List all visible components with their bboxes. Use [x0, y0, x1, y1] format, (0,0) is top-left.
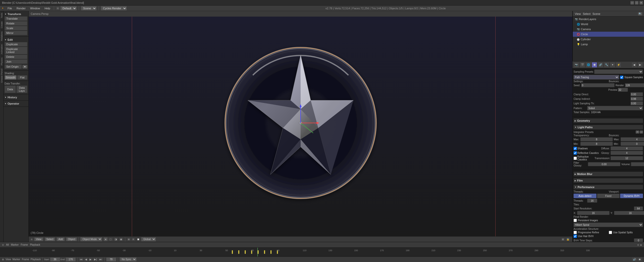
- prop-physics-icon[interactable]: ⚡: [616, 62, 621, 68]
- clamp-indirect-input[interactable]: [630, 97, 643, 101]
- timeline-frame-item[interactable]: Frame: [21, 243, 28, 246]
- diffuse-input[interactable]: [611, 146, 643, 150]
- timeline-content[interactable]: -110 -90 -70 -50 -30 -10 10 30 50 70 90 …: [0, 248, 644, 256]
- properties-scroll[interactable]: Sampling Presets Path Tracing Square Sam…: [573, 68, 644, 242]
- play-button[interactable]: ▶: [89, 258, 93, 261]
- flat-button[interactable]: Flat: [17, 75, 27, 80]
- prop-scene-icon[interactable]: 🎬: [580, 62, 585, 68]
- snap-icon[interactable]: 🔲: [137, 238, 140, 241]
- timeline-expand-icon[interactable]: ⊞: [2, 244, 4, 246]
- glossy-input[interactable]: [611, 151, 643, 155]
- set-origin-dropdown[interactable]: ▼: [22, 65, 27, 69]
- prop-constraints-icon[interactable]: 🔗: [598, 62, 603, 68]
- tab-physics[interactable]: Physics: [0, 56, 3, 67]
- outliner-item-camera[interactable]: 📷 Camera: [573, 27, 644, 32]
- rotate-button[interactable]: Rotate: [5, 21, 27, 26]
- x-input[interactable]: [577, 211, 610, 215]
- tl-frame-btn[interactable]: Frame: [22, 258, 29, 261]
- use-spatial-splits-checkbox[interactable]: [609, 231, 612, 234]
- next-frame-button[interactable]: ▶|: [93, 258, 98, 261]
- current-frame-input[interactable]: [106, 257, 116, 261]
- render-samples-input[interactable]: [625, 83, 644, 87]
- lock-button[interactable]: 🔒: [566, 238, 570, 241]
- render-menu[interactable]: Render: [15, 6, 27, 10]
- history-header[interactable]: History: [5, 95, 27, 99]
- shade-material-button[interactable]: ◉: [119, 237, 124, 241]
- use-hair-bvh-checkbox[interactable]: [574, 235, 577, 238]
- end-frame-input[interactable]: [66, 257, 76, 261]
- window-controls[interactable]: — □ ✕: [630, 1, 643, 5]
- minimize-button[interactable]: —: [630, 1, 634, 5]
- scale-button[interactable]: Scale: [5, 26, 27, 30]
- duplicate-linked-button[interactable]: Duplicate Linked: [5, 47, 27, 54]
- outliner-item-lamp[interactable]: 💡 Lamp: [573, 42, 644, 47]
- preview-samples-input[interactable]: [618, 88, 628, 92]
- transmission-input[interactable]: [611, 156, 643, 160]
- dynamic-bvh-button[interactable]: Dynamic BVH: [620, 194, 643, 198]
- motion-blur-header[interactable]: ▶ Motion Blur: [574, 172, 643, 176]
- viewport-expand-icon[interactable]: ⊞: [31, 238, 33, 241]
- start-resolution-input[interactable]: [634, 206, 643, 210]
- tl-marker-btn[interactable]: Marker: [13, 258, 20, 261]
- prop-expand-icon[interactable]: ▶: [637, 62, 643, 68]
- viewport-canvas[interactable]: (78) Circle: [29, 17, 572, 236]
- transp-min-input[interactable]: [580, 142, 613, 146]
- engine-select[interactable]: Cycles Render: [101, 6, 127, 11]
- transform-header[interactable]: Transform: [5, 12, 27, 16]
- outliner-item-renderlayers[interactable]: 📷 RenderLayers: [573, 17, 644, 22]
- bvh-time-steps-input[interactable]: [634, 238, 643, 242]
- maximize-button[interactable]: □: [635, 1, 638, 5]
- prop-render-icon[interactable]: 📷: [574, 62, 579, 68]
- tab-relations[interactable]: Relations: [0, 30, 3, 42]
- tl-bottom-expand[interactable]: ⊞: [2, 258, 4, 261]
- workspace-select[interactable]: Default: [60, 6, 77, 11]
- threads-num-input[interactable]: [587, 199, 597, 203]
- sampling-presets-select[interactable]: [594, 69, 643, 74]
- bounces-max-input[interactable]: [621, 137, 644, 141]
- tab-create[interactable]: Create: [0, 20, 3, 30]
- outliner-item-world[interactable]: 🌐 World: [573, 22, 644, 27]
- start-frame-input[interactable]: [50, 257, 60, 261]
- timeline-playback-item[interactable]: Playback: [30, 243, 40, 246]
- transform-space-select[interactable]: Global: [141, 237, 156, 241]
- object-menu-button[interactable]: Object: [66, 237, 77, 241]
- pivot-button[interactable]: ⊕: [127, 238, 131, 241]
- tab-animation[interactable]: Animation: [0, 42, 3, 56]
- persistent-images-checkbox[interactable]: [574, 219, 577, 222]
- set-origin-button[interactable]: Set Origin: [5, 64, 22, 69]
- hilbert-spiral-select[interactable]: Hilbert Spiral: [574, 223, 643, 227]
- edit-header[interactable]: Edit: [5, 38, 27, 42]
- prop-collapse-icon[interactable]: ◀: [631, 62, 637, 68]
- y-input[interactable]: [614, 211, 644, 215]
- add-menu-button[interactable]: Add: [57, 237, 65, 241]
- tl-view-btn[interactable]: View: [6, 258, 11, 261]
- timeline-marker-item[interactable]: Marker: [11, 243, 19, 246]
- auto-detect-button[interactable]: Auto-detect: [574, 194, 596, 198]
- prop-world-icon[interactable]: 🌐: [586, 62, 591, 68]
- clamp-direct-input[interactable]: [630, 92, 643, 96]
- progressive-refine-checkbox[interactable]: [574, 231, 577, 234]
- object-mode-select[interactable]: Object Mode: [80, 237, 102, 241]
- data-button[interactable]: Data: [5, 85, 16, 93]
- help-menu[interactable]: Help: [43, 6, 52, 10]
- workspace-icon[interactable]: ⊞: [56, 7, 60, 10]
- fixed-button[interactable]: Fixed: [597, 194, 620, 198]
- shade-render-button[interactable]: ◑: [113, 237, 118, 241]
- tl-record-icon[interactable]: ⏺: [637, 258, 642, 261]
- shade-wire-button[interactable]: ◌: [108, 237, 113, 241]
- volume-input[interactable]: [631, 162, 644, 166]
- window-menu[interactable]: Window: [29, 6, 42, 10]
- prop-object-icon[interactable]: ⬢: [592, 62, 597, 68]
- sync-select[interactable]: No Sync: [119, 257, 137, 261]
- delete-button[interactable]: Delete: [5, 55, 27, 59]
- bounces-min-input[interactable]: [621, 142, 644, 146]
- file-menu[interactable]: File: [6, 6, 14, 10]
- reflective-caustics-checkbox[interactable]: [574, 151, 577, 155]
- prop-modifiers-icon[interactable]: 🔧: [604, 62, 609, 68]
- integrator-add-icon[interactable]: +: [636, 130, 639, 134]
- join-button[interactable]: Join: [5, 59, 27, 64]
- performance-header[interactable]: ▼ Performance: [574, 185, 643, 189]
- integrator-remove-icon[interactable]: −: [640, 130, 643, 134]
- transp-max-input[interactable]: [580, 137, 613, 141]
- jump-start-button[interactable]: ⏮: [79, 258, 84, 261]
